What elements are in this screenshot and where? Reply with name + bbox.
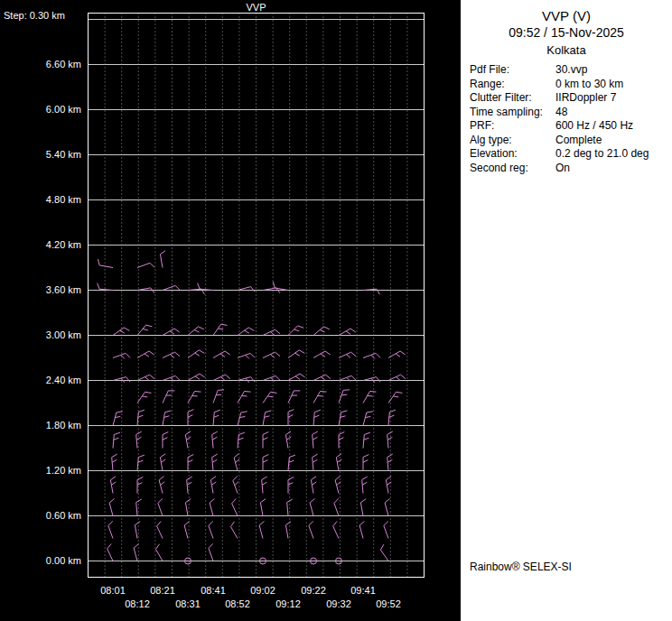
- wind-barb-tick: [263, 438, 267, 440]
- wind-barb-tick: [365, 416, 370, 417]
- wind-barb-shaft: [388, 351, 400, 358]
- wind-barb-tick: [313, 459, 317, 462]
- wind-barb-shaft: [310, 503, 313, 515]
- wind-barb-tick: [387, 459, 392, 462]
- wind-barb-tick: [364, 432, 370, 434]
- wind-barb-tick: [107, 544, 111, 549]
- wind-barb-shaft: [362, 480, 363, 494]
- wind-barb-shaft: [388, 392, 397, 403]
- wind-barb-shaft: [313, 435, 313, 449]
- wind-barb-tick: [287, 499, 293, 503]
- wind-barb-shaft: [335, 480, 339, 493]
- wind-barb-shaft: [363, 435, 364, 449]
- wind-barb-tick: [295, 353, 300, 356]
- y-axis-label: 0.00 km: [46, 555, 81, 566]
- wind-barb-shaft: [386, 480, 388, 494]
- info-row-second-reg: Second reg: On: [470, 162, 672, 176]
- wind-barb-tick: [221, 324, 228, 325]
- wind-barb-shaft: [334, 503, 339, 515]
- wind-barb-tick: [158, 498, 163, 503]
- wind-barb-tick: [192, 395, 198, 396]
- wind-barb-tick: [339, 432, 344, 435]
- wind-barb-tick: [313, 454, 318, 458]
- wind-barb-tick: [312, 482, 316, 485]
- wind-barb-tick: [376, 377, 379, 382]
- wind-barb-tick: [288, 415, 293, 418]
- wind-barb-shaft: [159, 480, 163, 493]
- x-axis-label: 08:52: [225, 598, 250, 609]
- wind-barb-shaft: [137, 392, 145, 403]
- wind-barb-shaft: [212, 435, 213, 449]
- wind-barb-tick: [195, 353, 200, 356]
- wind-barb-tick: [314, 415, 320, 417]
- wind-barb-shaft: [110, 480, 113, 494]
- wind-barb-shaft: [137, 325, 146, 335]
- wind-barb-tick: [185, 431, 191, 435]
- wind-barb-tick: [343, 390, 350, 391]
- wind-barb-tick: [98, 283, 99, 290]
- wind-barb-shaft: [263, 392, 271, 403]
- wind-barb-tick: [234, 454, 238, 458]
- info-row-pdf-file: Pdf File: 30.vvp: [470, 63, 672, 78]
- wind-barb-tick: [271, 392, 277, 393]
- wind-barb-tick: [362, 477, 368, 480]
- wind-barb-tick: [245, 330, 249, 333]
- wind-barb-tick: [380, 544, 384, 550]
- wind-barb-tick: [161, 482, 165, 486]
- wind-barb-tick: [389, 415, 395, 417]
- wind-barb-tick: [209, 543, 213, 548]
- wind-barb-shaft: [313, 412, 314, 426]
- x-axis-label: 09:12: [275, 598, 301, 609]
- wind-barb-shaft: [363, 412, 367, 425]
- wind-barb-tick: [323, 327, 329, 329]
- info-row-time-sampling: Time sampling: 48: [470, 106, 672, 120]
- wind-barb-shaft: [339, 390, 343, 403]
- info-label: Clutter Filter:: [470, 91, 555, 106]
- wind-barb-tick: [285, 522, 291, 525]
- wind-barb-tick: [108, 521, 113, 525]
- wind-barb-shaft: [163, 375, 175, 380]
- wind-barb-shaft: [263, 375, 275, 380]
- y-axis-label: 2.40 km: [46, 375, 81, 385]
- info-label: Alg type:: [470, 134, 555, 148]
- wind-barb-shaft: [336, 458, 339, 471]
- wind-barb-tick: [138, 455, 145, 457]
- wind-barb-tick: [300, 374, 305, 377]
- wind-barb-tick: [273, 282, 275, 288]
- wind-barb-shaft: [333, 526, 339, 539]
- wind-barb-tick: [164, 416, 170, 418]
- wind-barb-tick: [335, 477, 340, 480]
- wind-barb-tick: [245, 392, 251, 393]
- wind-barb-tick: [225, 351, 230, 355]
- y-axis-label: 1.80 km: [46, 420, 81, 431]
- wind-barb-tick: [200, 374, 205, 377]
- wind-barb-tick: [238, 432, 245, 434]
- wind-barb-shaft: [184, 525, 188, 538]
- wind-barb-tick: [336, 454, 341, 458]
- wind-barb-tick: [112, 454, 117, 458]
- info-value: IIRDoppler 7: [555, 91, 616, 106]
- wind-barb-shaft: [99, 265, 113, 268]
- y-axis-label: 6.60 km: [46, 59, 81, 70]
- wind-barb-tick: [362, 482, 367, 485]
- wind-barb-shaft: [160, 458, 163, 471]
- info-label: PRF:: [470, 119, 555, 134]
- wind-barb-shaft: [112, 458, 113, 471]
- info-list: Pdf File: 30.vvp Range: 0 km to 30 km Cl…: [470, 63, 672, 175]
- wind-barb-tick: [226, 375, 230, 378]
- wind-barb-tick: [187, 477, 192, 480]
- wind-barb-tick: [314, 410, 321, 412]
- wind-barb-tick: [210, 499, 214, 503]
- wind-barb-shaft: [163, 412, 165, 426]
- wind-barb-tick: [114, 432, 120, 434]
- wind-barb-tick: [239, 416, 245, 417]
- wind-barb-tick: [275, 329, 280, 333]
- wind-barb-tick: [295, 376, 300, 379]
- info-value: Complete: [555, 134, 602, 148]
- wind-barb-tick: [135, 522, 140, 525]
- wind-barb-tick: [242, 395, 247, 396]
- wind-barb-tick: [298, 326, 304, 328]
- wind-barb-tick: [384, 521, 388, 525]
- wind-barb-tick: [188, 455, 193, 458]
- info-row-clutter-filter: Clutter Filter: IIRDoppler 7: [470, 91, 672, 106]
